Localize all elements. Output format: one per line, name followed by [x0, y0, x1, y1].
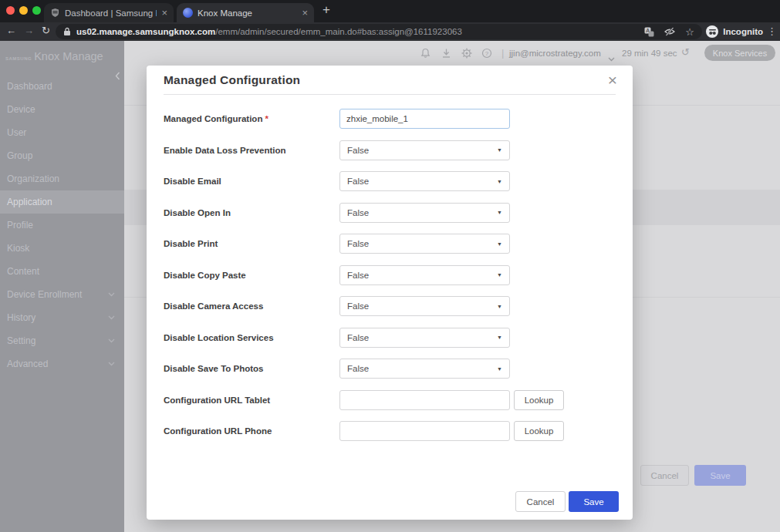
input-managed-configuration[interactable] [339, 109, 510, 129]
chevron-down-icon [108, 292, 115, 297]
input-configuration-url-tablet[interactable] [339, 390, 510, 410]
field-label: Configuration URL Phone [164, 426, 339, 436]
field-label: Disable Print [164, 239, 339, 248]
sidebar-item-label: Organization [7, 173, 59, 184]
svg-text:?: ? [485, 50, 489, 57]
caret-down-icon: ▼ [497, 241, 502, 247]
input-configuration-url-phone[interactable] [339, 421, 510, 441]
sidebar-item-application[interactable]: Application [0, 190, 124, 214]
select-disable-print[interactable]: False▼ [339, 234, 510, 254]
sidebar-item-label: Advanced [7, 359, 48, 369]
sidebar-item-profile[interactable]: Profile [0, 214, 124, 237]
caret-down-icon: ▼ [497, 179, 502, 184]
select-disable-camera-access[interactable]: False▼ [339, 296, 510, 316]
sidebar: SAMSUNG Knox Manage DashboardDeviceUserG… [0, 41, 124, 532]
required-asterisk: * [265, 114, 268, 123]
account-email[interactable]: jjin@microstrategy.com [509, 49, 601, 58]
sidebar-item-device-enrollment[interactable]: Device Enrollment [0, 283, 124, 306]
close-window-button[interactable] [6, 6, 15, 15]
session-reset-icon[interactable]: ↺ [681, 46, 690, 58]
maximize-window-button[interactable] [32, 6, 41, 15]
field-row-disable-print: Disable PrintFalse▼ [147, 228, 633, 260]
translate-icon[interactable]: A [644, 27, 654, 37]
reload-icon[interactable]: ↻ [42, 25, 50, 36]
new-tab-button[interactable]: + [322, 2, 330, 18]
select-value: False [347, 146, 369, 155]
save-button[interactable]: Save [569, 491, 619, 512]
modal-form: Managed Configuration*Enable Data Loss P… [147, 103, 633, 447]
select-disable-save-to-photos[interactable]: False▼ [339, 359, 510, 379]
lookup-button-configuration-url-phone[interactable]: Lookup [514, 421, 564, 441]
select-disable-email[interactable]: False▼ [339, 171, 510, 191]
settings-gear-icon[interactable] [461, 48, 472, 62]
sidebar-item-device[interactable]: Device [0, 98, 124, 121]
incognito-icon [706, 25, 718, 38]
sidebar-item-history[interactable]: History [0, 306, 124, 329]
cancel-button[interactable]: Cancel [515, 491, 566, 512]
sidebar-item-content[interactable]: Content [0, 260, 124, 283]
lookup-button-configuration-url-tablet[interactable]: Lookup [514, 390, 564, 410]
sidebar-item-label: Device [7, 104, 35, 115]
chevron-down-icon [108, 362, 115, 366]
field-row-enable-data-loss-prevention: Enable Data Loss PreventionFalse▼ [147, 135, 633, 167]
help-icon[interactable]: ? [481, 48, 492, 62]
background-cancel-button[interactable]: Cancel [640, 465, 689, 486]
url-text: us02.manage.samsungknox.com/emm/admin/se… [76, 27, 644, 36]
sidebar-item-label: Kiosk [7, 243, 29, 254]
address-bar[interactable]: us02.manage.samsungknox.com/emm/admin/se… [56, 24, 702, 39]
field-label: Enable Data Loss Prevention [164, 146, 339, 155]
bookmark-star-icon[interactable]: ☆ [685, 26, 694, 38]
eye-off-icon[interactable] [664, 27, 675, 36]
select-disable-location-services[interactable]: False▼ [339, 328, 510, 348]
field-label: Disable Copy Paste [164, 271, 339, 280]
caret-down-icon: ▼ [497, 210, 502, 215]
sidebar-item-setting[interactable]: Setting [0, 329, 124, 352]
chevron-down-icon [108, 315, 115, 320]
caret-down-icon: ▼ [497, 272, 502, 278]
select-value: False [347, 301, 369, 311]
modal-close-icon[interactable]: × [608, 72, 617, 88]
logo-product-name: Knox Manage [34, 50, 103, 62]
tab-dashboard-samsung-knox[interactable]: Dashboard | Samsung Knox × [44, 3, 174, 22]
sidebar-item-label: Device Enrollment [7, 289, 82, 300]
download-icon[interactable] [441, 48, 451, 62]
sidebar-item-user[interactable]: User [0, 121, 124, 144]
tab-knox-manage[interactable]: Knox Manage × [177, 3, 314, 22]
forward-icon[interactable]: → [24, 25, 34, 36]
caret-down-icon: ▼ [497, 366, 502, 372]
url-path: /emm/admin/secured/emm_main.do#bas:assig… [215, 27, 462, 36]
tab-strip: Dashboard | Samsung Knox × Knox Manage ×… [0, 0, 780, 22]
select-disable-open-in[interactable]: False▼ [339, 203, 510, 223]
select-disable-copy-paste[interactable]: False▼ [339, 265, 510, 285]
sidebar-item-dashboard[interactable]: Dashboard [0, 75, 124, 98]
caret-down-icon: ▼ [497, 335, 502, 340]
browser-toolbar: ← → ↻ us02.manage.samsungknox.com/emm/ad… [0, 22, 780, 41]
notification-bell-icon[interactable] [420, 48, 431, 62]
back-icon[interactable]: ← [6, 25, 16, 36]
browser-menu-icon[interactable]: ⋮ [767, 25, 777, 37]
field-row-disable-email: Disable EmailFalse▼ [147, 166, 633, 197]
background-save-button[interactable]: Save [694, 465, 746, 486]
url-domain: us02.manage.samsungknox.com [76, 27, 215, 36]
sidebar-item-organization[interactable]: Organization [0, 167, 124, 190]
field-row-managed-configuration: Managed Configuration* [147, 103, 633, 135]
field-label: Disable Location Services [164, 333, 339, 342]
field-label: Disable Camera Access [164, 301, 339, 311]
knox-manage-logo: SAMSUNG Knox Manage [0, 41, 124, 62]
sidebar-item-group[interactable]: Group [0, 144, 124, 167]
sidebar-item-advanced[interactable]: Advanced [0, 352, 124, 375]
select-enable-data-loss-prevention[interactable]: False▼ [339, 140, 510, 160]
account-chevron-down-icon[interactable] [608, 51, 615, 65]
close-icon[interactable]: × [161, 7, 167, 19]
window-controls [6, 6, 41, 15]
app-header: ? | jjin@microstrategy.com 29 min 49 sec… [124, 41, 780, 66]
knox-services-button[interactable]: Knox Services [704, 45, 775, 61]
close-icon[interactable]: × [302, 7, 308, 19]
browser-chrome: Dashboard | Samsung Knox × Knox Manage ×… [0, 0, 780, 41]
select-value: False [347, 177, 369, 186]
sidebar-collapse-icon[interactable] [115, 69, 120, 83]
tab-title: Knox Manage [198, 8, 297, 18]
knox-shield-icon [50, 8, 60, 18]
sidebar-item-kiosk[interactable]: Kiosk [0, 237, 124, 260]
minimize-window-button[interactable] [19, 6, 28, 15]
